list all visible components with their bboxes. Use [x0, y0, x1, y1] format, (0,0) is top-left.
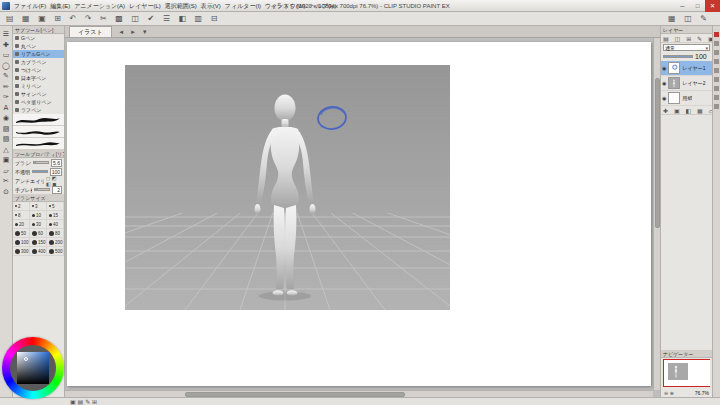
dock-tab-icon[interactable] — [714, 41, 719, 46]
navigator-preview[interactable] — [663, 359, 710, 387]
pen-icon — [15, 36, 19, 40]
menu-view[interactable]: 表示(V) — [201, 2, 221, 11]
menu-file[interactable]: ファイル(F) — [14, 2, 46, 11]
stabilization-value[interactable]: 2 — [52, 186, 62, 194]
dock-tab-icon[interactable] — [714, 50, 719, 55]
panel-spacer — [661, 115, 712, 350]
brush-size-preset[interactable]: 3 — [30, 202, 47, 211]
3d-scene-svg — [125, 65, 450, 310]
subtool-label: ミリペン — [21, 83, 41, 89]
brush-size-value[interactable]: 5.6 — [51, 159, 62, 167]
stabilization-slider[interactable] — [34, 188, 50, 191]
maximize-button[interactable]: □ — [690, 0, 705, 12]
opacity-label: 不透明度 — [15, 169, 30, 175]
subtool-label: リアルGペン — [21, 51, 50, 57]
subtool-item-selected[interactable]: リアルGペン — [13, 50, 64, 58]
dock-tab-icon[interactable] — [714, 77, 719, 82]
minimize-button[interactable]: ─ — [675, 0, 690, 12]
clip-studio-icon[interactable] — [714, 32, 719, 37]
dock-tab-icon[interactable] — [714, 104, 719, 109]
brush-size-preset[interactable]: 10 — [30, 211, 47, 220]
subtool-item[interactable]: ミリペン — [13, 82, 64, 90]
brush-size-preset[interactable]: 2 — [13, 202, 30, 211]
blend-mode-select[interactable]: 通常 ▾ — [663, 44, 710, 51]
brush-stroke-preview[interactable] — [13, 114, 64, 126]
menu-layer[interactable]: レイヤー(L) — [129, 2, 161, 11]
palette-dock-strip — [712, 26, 720, 397]
tool-icons-column[interactable]: ☰ ✚ ▭ ◯ ✎ ✏ ✑ A ◉ ▨ ▧ △ ▣ ▱ ✂ ⊙ — [0, 26, 12, 197]
zoom-out-in-icons[interactable]: ⊖ ⊕ — [664, 390, 674, 396]
subtool-item[interactable]: 日本字ペン — [13, 74, 64, 82]
brush-size-preset[interactable]: 80 — [47, 229, 64, 238]
brush-stroke-preview[interactable] — [13, 138, 64, 150]
brush-size-preset[interactable]: 30 — [30, 220, 47, 229]
eye-icon[interactable]: ◉ — [662, 65, 666, 71]
menu-edit[interactable]: 編集(E) — [50, 2, 70, 11]
subtool-item[interactable]: ラフペン — [13, 106, 64, 114]
layer1-thumbnail — [668, 62, 680, 74]
brush-size-preset[interactable]: 400 — [30, 247, 47, 256]
subtool-item[interactable]: カブラペン — [13, 58, 64, 66]
layer-panel-toolbar-icons[interactable]: ▤ ◫ ⊞ ✎ ▣ — [661, 34, 712, 43]
brush-stroke-preview[interactable] — [13, 126, 64, 138]
brush-size-preset[interactable]: 300 — [13, 247, 30, 256]
command-bar-right-icons[interactable]: ▦ ◫ ✎ — [662, 14, 710, 23]
paper-thumbnail — [668, 92, 680, 104]
brush-size-preset[interactable]: 8 — [13, 211, 30, 220]
brush-size-preset[interactable]: 100 — [13, 238, 30, 247]
eye-icon[interactable]: ◉ — [662, 95, 666, 101]
eye-icon[interactable]: ◉ — [662, 80, 666, 86]
brush-size-preset[interactable]: 150 — [30, 238, 47, 247]
color-cursor[interactable] — [24, 357, 28, 361]
brush-size-row: ブラシサイズ 5.6 — [13, 158, 64, 167]
dock-tab-icon[interactable] — [714, 68, 719, 73]
layer-opacity-row: 100 — [661, 52, 712, 61]
command-bar-icons[interactable]: ▤ ▦ ▣ ⊞ ↶ ↷ ✂ ▩ ◫ ✔ ☰ ◧ ▥ ⊟ — [0, 14, 220, 23]
brush-size-preset[interactable]: 40 — [47, 220, 64, 229]
saturation-value-square[interactable] — [17, 352, 49, 384]
dock-tab-icon[interactable] — [714, 86, 719, 91]
subtool-item[interactable]: 丸ペン — [13, 42, 64, 50]
status-bar-icons[interactable]: ▣ ▤ ✎ ⊞ — [70, 398, 97, 405]
canvas-vertical-scrollbar[interactable] — [653, 38, 660, 390]
brush-size-preset[interactable]: 50 — [13, 229, 30, 238]
menu-filter[interactable]: フィルター(I) — [225, 2, 261, 11]
brush-size-preset[interactable]: 20 — [13, 220, 30, 229]
tab-illustration[interactable]: イラスト — [69, 26, 112, 37]
tab-nav-icons[interactable]: ◂ ▸ ▾ — [120, 26, 150, 38]
figure-left-hand — [255, 204, 261, 214]
subtool-item[interactable]: つけペン — [13, 66, 64, 74]
layer-row-paper[interactable]: ◉ 用紙 — [661, 91, 712, 106]
subtool-item[interactable]: サインペン — [13, 90, 64, 98]
subtool-label: ベタ塗りペン — [21, 99, 52, 105]
layer-command-icons[interactable]: ✚ ▣ ◧ ▦ ▱ — [661, 106, 712, 115]
brush-size-preset[interactable]: 500 — [47, 247, 64, 256]
dock-tab-icon[interactable] — [714, 59, 719, 64]
window-controls: ─ □ ✕ — [675, 0, 720, 12]
brush-size-slider[interactable] — [33, 161, 49, 164]
subtool-item[interactable]: ベタ塗りペン — [13, 98, 64, 106]
canvas-page[interactable] — [67, 42, 651, 386]
layer-name: 用紙 — [682, 95, 692, 101]
dock-tab-icon[interactable] — [714, 95, 719, 100]
canvas-horizontal-scrollbar[interactable] — [65, 390, 653, 397]
layer-row-layer1[interactable]: ◉ レイヤー1 — [661, 61, 712, 76]
brush-size-preset[interactable]: 200 — [47, 238, 64, 247]
close-button[interactable]: ✕ — [705, 0, 720, 12]
canvas-area[interactable] — [65, 38, 660, 397]
color-wheel[interactable] — [2, 337, 64, 399]
menu-selection[interactable]: 選択範囲(S) — [165, 2, 197, 11]
brush-size-panel-header: ブラシサイズ — [13, 194, 64, 202]
brush-size-preset[interactable]: 60 — [30, 229, 47, 238]
menu-animation[interactable]: アニメーション(A) — [74, 2, 125, 11]
subtool-label: つけペン — [21, 67, 41, 73]
figure-left-foot — [273, 290, 284, 296]
subtool-item[interactable]: Gペン — [13, 34, 64, 42]
brush-size-preset[interactable]: 15 — [47, 211, 64, 220]
opacity-slider[interactable] — [32, 170, 48, 173]
3d-figure-scene[interactable] — [125, 65, 450, 310]
layer-opacity-value[interactable]: 100 — [695, 53, 707, 60]
layer-row-layer2[interactable]: ◉ レイヤー2 — [661, 76, 712, 91]
layer-opacity-slider[interactable] — [663, 55, 693, 58]
brush-size-preset[interactable]: 5 — [47, 202, 64, 211]
